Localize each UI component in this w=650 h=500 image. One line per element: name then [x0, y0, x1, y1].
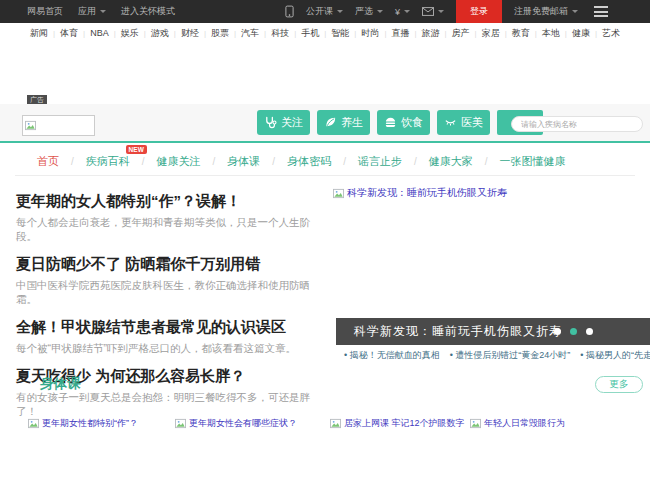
register-mail-menu[interactable]: 注册免费邮箱	[514, 5, 578, 18]
course-item-label: 居家上网课 牢记12个护眼数字	[344, 417, 465, 430]
news-description: 中国中医科学院西苑医院皮肤科医生，教你正确选择和使用防晒霜。	[16, 279, 328, 307]
carousel-dot[interactable]	[554, 328, 561, 335]
channel-link[interactable]: NBA	[85, 28, 114, 38]
channel-link[interactable]: 旅游	[417, 27, 445, 40]
tab-divider: /	[414, 156, 417, 167]
tab-divider: /	[343, 156, 346, 167]
tab-item[interactable]: 一张图懂健康	[499, 154, 565, 169]
course-item-label: 更年期女性都特别“作”？	[42, 417, 138, 430]
apps-menu[interactable]: 应用	[78, 5, 106, 18]
broken-image-icon	[470, 418, 481, 429]
course-item-link[interactable]: 年轻人日常毁眼行为	[470, 417, 565, 430]
finance-menu[interactable]: ¥	[395, 7, 410, 17]
channel-link[interactable]: 体育	[55, 27, 83, 40]
channel-link[interactable]: 股票	[206, 27, 234, 40]
tab-item[interactable]: 健康大家	[429, 154, 473, 169]
wellness-button[interactable]: 养生	[317, 110, 370, 135]
news-item: 更年期的女人都特别“作”？误解！每个人都会走向衰老，更年期和青春期等类似，只是一…	[16, 192, 328, 244]
leaf-icon	[324, 116, 337, 129]
news-description: 有的女孩子一到夏天总是会抱怨：明明三餐吃得不多，可还是胖了！	[16, 391, 328, 419]
tab-divider: /	[71, 156, 74, 167]
tab-item[interactable]: 谣言止步	[358, 154, 402, 169]
broken-image-icon	[25, 120, 36, 131]
burger-icon	[384, 116, 397, 129]
ad-badge: 广告	[27, 95, 47, 104]
course-item-link[interactable]: 更年期女性会有哪些症状？	[175, 417, 297, 430]
channel-link[interactable]: 新闻	[25, 27, 53, 40]
yanxuan-menu[interactable]: 严选	[355, 5, 383, 18]
care-mode-link[interactable]: 进入关怀模式	[121, 5, 175, 18]
channel-link[interactable]: 娱乐	[116, 27, 144, 40]
tab-item[interactable]: 身体课	[227, 154, 260, 169]
news-title-link[interactable]: 全解！甲状腺结节患者最常见的认识误区	[16, 318, 328, 337]
feature-link[interactable]: 揭秘男人的“先走液”	[580, 349, 650, 362]
login-button[interactable]: 登录	[456, 0, 502, 23]
feature-image-link[interactable]: 科学新发现：睡前玩手机伤眼又折寿	[333, 186, 507, 200]
news-title-link[interactable]: 更年期的女人都特别“作”？误解！	[16, 192, 328, 211]
disease-search-input[interactable]	[511, 116, 643, 132]
channel-link[interactable]: 健康	[567, 27, 595, 40]
caret-down-icon	[404, 10, 410, 13]
channel-link[interactable]: 家居	[477, 27, 505, 40]
tab-divider: /	[142, 156, 145, 167]
feature-column: 科学新发现：睡前玩手机伤眼又折寿 科学新发现：睡前玩手机伤眼又折寿 揭秘！无偿献…	[332, 183, 650, 368]
more-button[interactable]: 更多	[595, 376, 643, 393]
tab-divider: /	[272, 156, 275, 167]
site-header: 关注 养生 饮食 医美	[0, 104, 650, 143]
carousel-dot[interactable]	[570, 328, 577, 335]
channel-link[interactable]: 本地	[537, 27, 565, 40]
channel-link[interactable]: 科技	[266, 27, 294, 40]
tab-item[interactable]: 健康关注	[157, 154, 201, 169]
course-item-label: 更年期女性会有哪些症状？	[189, 417, 297, 430]
tab-item[interactable]: 首页	[37, 154, 59, 169]
course-items: 更年期女性都特别“作”？更年期女性会有哪些症状？居家上网课 牢记12个护眼数字年…	[0, 417, 650, 433]
tab-item[interactable]: 身体密码	[287, 154, 331, 169]
open-course-menu[interactable]: 公开课	[306, 5, 343, 18]
tab-item[interactable]: 疾病百科NEW	[86, 154, 130, 169]
course-item-link[interactable]: 更年期女性都特别“作”？	[28, 417, 138, 430]
follow-button[interactable]: 关注	[257, 110, 310, 135]
phone-icon	[285, 5, 294, 18]
channel-link[interactable]: 智能	[326, 27, 354, 40]
course-item-link[interactable]: 居家上网课 牢记12个护眼数字	[330, 417, 465, 430]
mobile-app-button[interactable]	[285, 5, 294, 18]
site-logo[interactable]	[22, 115, 95, 136]
broken-image-icon	[333, 188, 344, 199]
tab-divider: /	[213, 156, 216, 167]
caret-down-icon	[100, 10, 106, 13]
caret-down-icon	[438, 10, 444, 13]
netease-home-link[interactable]: 网易首页	[27, 5, 63, 18]
channel-link[interactable]: 手机	[296, 27, 324, 40]
news-title-link[interactable]: 夏日防晒少不了 防晒霜你千万别用错	[16, 255, 328, 274]
course-section-header: 身体课 更多	[40, 375, 643, 393]
tab-divider: /	[485, 156, 488, 167]
stethoscope-icon	[264, 116, 277, 129]
course-section-title: 身体课	[40, 375, 81, 393]
channel-link[interactable]: 游戏	[146, 27, 174, 40]
mail-icon	[422, 7, 434, 16]
news-item: 夏日防晒少不了 防晒霜你千万别用错中国中医科学院西苑医院皮肤科医生，教你正确选择…	[16, 255, 328, 307]
channel-link[interactable]: 财经	[176, 27, 204, 40]
channel-link[interactable]: 时尚	[356, 27, 384, 40]
carousel-dot[interactable]	[586, 328, 593, 335]
mail-menu[interactable]	[422, 7, 444, 16]
channel-link[interactable]: 教育	[507, 27, 535, 40]
feature-link[interactable]: 揭秘！无偿献血的真相	[344, 349, 440, 362]
news-list: 更年期的女人都特别“作”？误解！每个人都会走向衰老，更年期和青春期等类似，只是一…	[16, 192, 328, 430]
feature-links: 揭秘！无偿献血的真相遭性侵后别错过“黄金24小时”揭秘男人的“先走液”	[344, 349, 650, 362]
channel-link[interactable]: 汽车	[236, 27, 264, 40]
news-description: 每个人都会走向衰老，更年期和青春期等类似，只是一个人生阶段。	[16, 216, 328, 244]
hamburger-menu-icon[interactable]	[594, 6, 608, 17]
channel-link[interactable]: 艺术	[597, 27, 625, 40]
channel-link[interactable]: 直播	[386, 27, 414, 40]
top-nav-bar: 网易首页 应用 进入关怀模式 公开课 严选 ¥ 登录 注册免费邮箱	[0, 0, 650, 23]
carousel-dots	[554, 328, 593, 335]
eyelash-icon	[444, 116, 457, 129]
broken-image-icon	[175, 418, 186, 429]
channel-link[interactable]: 房产	[447, 27, 475, 40]
medical-beauty-button[interactable]: 医美	[437, 110, 490, 135]
broken-image-icon	[330, 418, 341, 429]
carousel-caption-bar[interactable]: 科学新发现：睡前玩手机伤眼又折寿	[336, 318, 650, 345]
diet-button[interactable]: 饮食	[377, 110, 430, 135]
feature-link[interactable]: 遭性侵后别错过“黄金24小时”	[450, 349, 571, 362]
